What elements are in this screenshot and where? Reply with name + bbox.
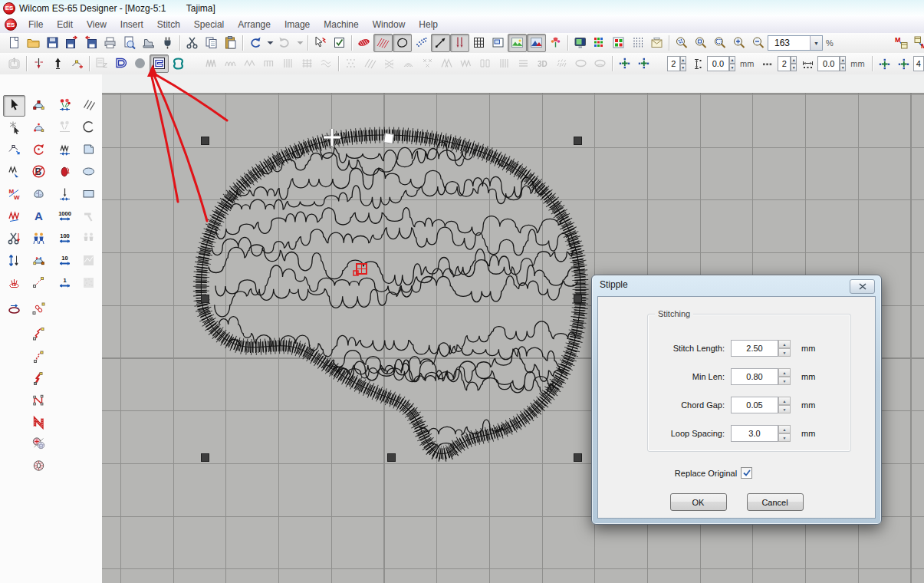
pull-compensation-field-spinner[interactable]: ▲▼ (729, 56, 735, 71)
scale-1-tool[interactable]: 1 (54, 273, 76, 295)
undo-button[interactable] (245, 34, 265, 52)
menu-help[interactable]: Help (412, 18, 445, 31)
blob-shape-tool[interactable] (28, 184, 50, 206)
menu-window[interactable]: Window (366, 18, 413, 31)
closed-path-tool[interactable] (28, 413, 50, 434)
ok-button[interactable]: OK (670, 493, 727, 511)
load-from-machine-button[interactable] (81, 34, 100, 52)
print-button[interactable] (100, 34, 120, 52)
flower-tool[interactable] (54, 117, 76, 139)
selection-handle[interactable] (574, 453, 582, 462)
line-reshape-tool[interactable] (28, 273, 50, 295)
color-film-button[interactable] (609, 34, 628, 52)
fur-stitch-button[interactable] (552, 54, 571, 73)
peak-fill-button[interactable] (437, 54, 456, 73)
outline-shape-button[interactable] (571, 54, 590, 73)
offset-fill-button[interactable] (111, 54, 130, 73)
pull-compensation-icon-button[interactable] (688, 54, 707, 73)
chord-gap-field[interactable]: 0.05 (731, 397, 778, 413)
buddy-gray-tool[interactable] (77, 229, 100, 250)
add-point-button[interactable] (67, 54, 87, 73)
morph-a-button[interactable] (615, 54, 634, 73)
stitch-view-button[interactable] (354, 34, 373, 52)
zoom-factor-combo[interactable]: 163▼ (768, 35, 823, 51)
florist-tool[interactable] (54, 95, 76, 117)
replace-original-checkbox[interactable] (741, 467, 752, 479)
e-stitch-button[interactable] (259, 54, 278, 73)
zoom-1to1-button[interactable] (691, 34, 710, 52)
select-tool[interactable] (3, 95, 25, 117)
remove-branch-tool[interactable]: B (28, 162, 50, 183)
dialog-close-button[interactable] (850, 279, 875, 294)
needle-point-view-button[interactable] (412, 34, 431, 52)
morph-d-button[interactable] (894, 54, 913, 73)
min-len-spinner[interactable]: ▲▼ (778, 368, 791, 385)
loop-stitch-button[interactable] (221, 54, 240, 73)
run-count-field-spinner[interactable]: ▲▼ (791, 56, 797, 71)
stipple-run-button[interactable] (150, 54, 169, 73)
menu-arrange[interactable]: Arrange (231, 18, 278, 31)
new-design-button[interactable] (5, 34, 24, 52)
zoom-out-button[interactable] (748, 34, 768, 52)
ellipse-tool[interactable] (77, 162, 100, 183)
save-to-machine-button[interactable] (62, 34, 81, 52)
zigzag2-fill-button[interactable] (456, 54, 475, 73)
loop-spacing-spinner[interactable]: ▲▼ (778, 425, 791, 442)
rectangle-tool[interactable] (77, 184, 100, 206)
image-show-button[interactable] (546, 34, 565, 52)
bean-stitch-tool[interactable] (54, 162, 76, 183)
import-machine-file-button[interactable]: M (911, 34, 924, 52)
background-view-button[interactable] (508, 34, 527, 52)
outline-view-button[interactable] (393, 34, 412, 52)
menu-special[interactable]: Special (187, 18, 231, 31)
stitch-length-field[interactable]: 2.50 (731, 340, 778, 357)
pull-compensation-field[interactable]: 0.0 (707, 56, 729, 71)
save-design-button[interactable] (43, 34, 62, 52)
needle-edit-button[interactable] (48, 54, 67, 73)
outline-shape2-button[interactable] (590, 54, 610, 73)
menu-edit[interactable]: Edit (50, 18, 80, 31)
rotate-tool[interactable] (28, 140, 50, 161)
min-len-field[interactable]: 0.80 (731, 368, 778, 385)
cut-button[interactable] (182, 34, 202, 52)
zigzag-stitch-tool[interactable] (3, 206, 25, 228)
scale-1000-tool[interactable]: 1000 (54, 206, 76, 228)
redo-dropdown[interactable] (294, 34, 305, 52)
scale-100-tool[interactable]: 100 (54, 229, 76, 250)
menu-view[interactable]: View (80, 18, 113, 31)
density-view-button[interactable] (373, 34, 393, 52)
shape-tool[interactable] (28, 117, 50, 139)
orbit-tool[interactable] (3, 299, 25, 321)
slant-fill-button[interactable] (360, 54, 380, 73)
stitch-height-tool[interactable] (3, 251, 25, 272)
wave-stitch-button[interactable] (317, 54, 336, 73)
copy-button[interactable] (202, 34, 221, 52)
reshape-dome-tool[interactable] (28, 251, 50, 272)
menu-insert[interactable]: Insert (113, 18, 150, 31)
radial-fill-tool[interactable] (28, 456, 50, 477)
parallel-lines-button[interactable] (495, 54, 514, 73)
texture-tool[interactable] (77, 251, 100, 272)
cut-stitch-tool[interactable] (3, 229, 25, 250)
morph-c-button[interactable] (875, 54, 894, 73)
stitch-width-tool[interactable] (54, 140, 76, 161)
zoom-stitches-button[interactable] (672, 34, 691, 52)
document-system-icon[interactable]: ES (5, 18, 17, 31)
design-info-button[interactable] (647, 34, 666, 52)
chain-tool[interactable] (28, 299, 50, 321)
stitch-player-button[interactable] (139, 34, 158, 52)
selection-handle[interactable] (201, 137, 209, 145)
selection-handle[interactable] (387, 453, 396, 462)
jagged-run-tool[interactable] (28, 324, 50, 346)
stitch-spacing-field[interactable]: 0.0 (817, 56, 840, 71)
stitch-count-field[interactable]: 2 (667, 56, 680, 71)
contour-fill-button[interactable] (399, 54, 418, 73)
run-count-field[interactable]: 2 (778, 56, 791, 71)
penetrations-view-button[interactable] (450, 34, 469, 52)
undo-dropdown[interactable] (265, 34, 275, 52)
redo-button[interactable] (275, 34, 294, 52)
reshape-tool[interactable] (28, 95, 50, 117)
arc-tool[interactable] (77, 117, 100, 139)
weave-fill-button[interactable] (380, 54, 399, 73)
zoom-in-button[interactable] (729, 34, 748, 52)
